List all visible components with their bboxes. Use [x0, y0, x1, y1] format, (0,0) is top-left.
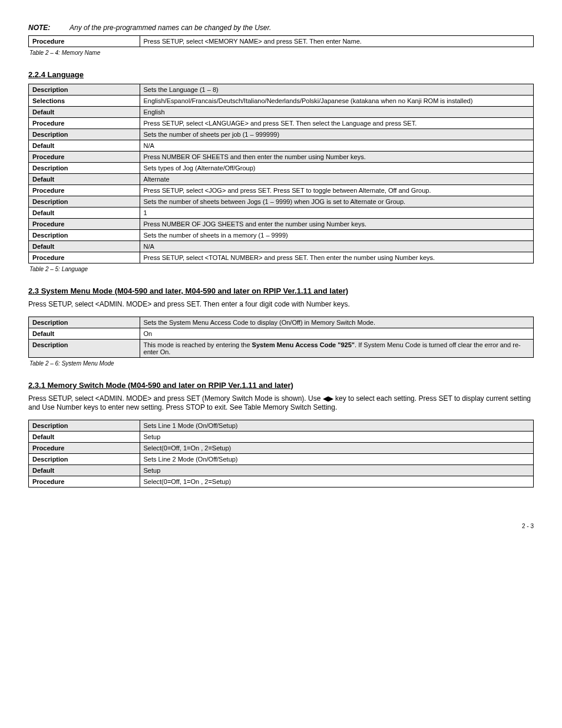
- cell-value: Select(0=Off, 1=On , 2=Setup): [140, 476, 533, 487]
- table-row: Procedure Press SETUP, select <LANGUAGE>…: [29, 118, 534, 129]
- cell-value: N/A: [140, 241, 533, 252]
- cell-label: Description: [29, 420, 140, 431]
- table-row: Description Sets the number of sheets in…: [29, 230, 534, 241]
- cell-value: Sets the System Menu Access Code to disp…: [140, 317, 533, 328]
- table-row: Default 1: [29, 207, 534, 219]
- table-row: Procedure Press NUMBER OF SHEETS and the…: [29, 151, 534, 163]
- table-row: Procedure Select(0=Off, 1=On , 2=Setup): [29, 476, 534, 487]
- cell-label: Description: [29, 339, 140, 357]
- table-row: Description Sets Line 1 Mode (On/Off/Set…: [29, 420, 534, 431]
- note-label: NOTE:: [28, 24, 70, 32]
- cell-value: Press NUMBER OF SHEETS and then enter th…: [140, 151, 533, 163]
- cell-value: Setup: [140, 465, 533, 476]
- cell-value: Setup: [140, 431, 533, 442]
- table-row: Description Sets the Language (1 – 8): [29, 84, 534, 95]
- page-number: 2 - 3: [28, 523, 534, 529]
- cell-value: Select(0=Off, 1=On , 2=Setup): [140, 442, 533, 453]
- cell-label: Procedure: [29, 151, 140, 163]
- table-row: Default Setup: [29, 465, 534, 476]
- cell-label: Description: [29, 317, 140, 328]
- table-row: Description Sets the number of sheets pe…: [29, 129, 534, 140]
- section-para: Press SETUP, select <ADMIN. MODE> and pr…: [28, 300, 534, 309]
- cell-value: 1: [140, 207, 533, 219]
- table-row: Description Sets Line 2 Mode (On/Off/Set…: [29, 453, 534, 465]
- cell-label: Description: [29, 196, 140, 207]
- note-text: Any of the pre-programmed names can be c…: [70, 24, 534, 32]
- table-caption: Table 2 – 5: Language: [29, 266, 534, 272]
- cell-label: Procedure: [29, 252, 140, 263]
- cell-value: Press SETUP, select <JOG> and press SET.…: [140, 185, 533, 196]
- cell-label: Description: [29, 84, 140, 95]
- cell-label: Description: [29, 129, 140, 140]
- table-row: Procedure Press SETUP, select <TOTAL NUM…: [29, 252, 534, 263]
- table-caption: Table 2 – 6: System Menu Mode: [29, 360, 534, 367]
- cell-value: Sets the number of sheets per job (1 – 9…: [140, 129, 533, 140]
- cell-value: Press SETUP, select <TOTAL NUMBER> and p…: [140, 252, 533, 263]
- cell-value: Sets the number of sheets in a memory (1…: [140, 230, 533, 241]
- table-row: Default N/A: [29, 140, 534, 151]
- cell-label: Description: [29, 163, 140, 174]
- cell-value: Sets Line 2 Mode (On/Off/Setup): [140, 453, 533, 465]
- cell-value: N/A: [140, 140, 533, 151]
- cell-label: Procedure: [29, 185, 140, 196]
- section-heading-memory-switch: 2.3.1 Memory Switch Mode (M04-590 and la…: [28, 381, 534, 390]
- cell-label: Default: [29, 140, 140, 151]
- table-row: Default Setup: [29, 431, 534, 442]
- cell-label: Selections: [29, 95, 140, 107]
- cell-value: This mode is reached by entering the Sys…: [140, 339, 533, 357]
- cell-value: Sets the number of sheets between Jogs (…: [140, 196, 533, 207]
- cell-value: Sets the Language (1 – 8): [140, 84, 533, 95]
- table-row: Default N/A: [29, 241, 534, 252]
- table-language: Description Sets the Language (1 – 8) Se…: [28, 84, 534, 263]
- cell-label: Procedure: [29, 219, 140, 230]
- section-heading-language: 2.2.4 Language: [28, 70, 534, 79]
- cell-value: Press NUMBER OF JOG SHEETS and enter the…: [140, 219, 533, 230]
- cell-value: On: [140, 328, 533, 339]
- cell-value: Alternate: [140, 174, 533, 185]
- arrow-left-right-icon: ◀▶: [323, 394, 333, 403]
- cell-value: English: [140, 107, 533, 118]
- cell-label: Procedure: [29, 476, 140, 487]
- cell-label: Description: [29, 230, 140, 241]
- table-system-menu: Description Sets the System Menu Access …: [28, 317, 534, 358]
- cell-label: Procedure: [29, 118, 140, 129]
- cell-label: Procedure: [29, 36, 140, 47]
- table-caption: Table 2 – 4: Memory Name: [29, 50, 534, 56]
- cell-label: Default: [29, 328, 140, 339]
- cell-label: Description: [29, 453, 140, 465]
- table-row: Description Sets the System Menu Access …: [29, 317, 534, 328]
- cell-label: Default: [29, 431, 140, 442]
- section-para: Press SETUP, select <ADMIN. MODE> and pr…: [28, 394, 534, 413]
- table-row: Description Sets the number of sheets be…: [29, 196, 534, 207]
- table-row: Selections English/Espanol/Francais/Deut…: [29, 95, 534, 107]
- table-row: Procedure Press SETUP, select <MEMORY NA…: [29, 36, 534, 47]
- cell-value: Press SETUP, select <MEMORY NAME> and pr…: [140, 36, 533, 47]
- table-memory-name: Procedure Press SETUP, select <MEMORY NA…: [28, 35, 534, 47]
- table-row: Default English: [29, 107, 534, 118]
- table-row: Procedure Press NUMBER OF JOG SHEETS and…: [29, 219, 534, 230]
- cell-label: Default: [29, 241, 140, 252]
- table-row: Default Alternate: [29, 174, 534, 185]
- cell-value: Press SETUP, select <LANGUAGE> and press…: [140, 118, 533, 129]
- cell-value: Sets Line 1 Mode (On/Off/Setup): [140, 420, 533, 431]
- cell-label: Default: [29, 207, 140, 219]
- cell-label: Procedure: [29, 442, 140, 453]
- table-row: Description Sets types of Jog (Alternate…: [29, 163, 534, 174]
- cell-label: Default: [29, 174, 140, 185]
- cell-label: Default: [29, 107, 140, 118]
- table-row: Default On: [29, 328, 534, 339]
- cell-value: English/Espanol/Francais/Deutsch/Italian…: [140, 95, 533, 107]
- cell-value: Sets types of Jog (Alternate/Off/Group): [140, 163, 533, 174]
- section-heading-system-menu: 2.3 System Menu Mode (M04-590 and later,…: [28, 286, 534, 295]
- note-row: NOTE: Any of the pre-programmed names ca…: [28, 24, 534, 32]
- table-row: Procedure Press SETUP, select <JOG> and …: [29, 185, 534, 196]
- table-row: Procedure Select(0=Off, 1=On , 2=Setup): [29, 442, 534, 453]
- table-memory-switch: Description Sets Line 1 Mode (On/Off/Set…: [28, 420, 534, 487]
- table-row: Description This mode is reached by ente…: [29, 339, 534, 357]
- cell-label: Default: [29, 465, 140, 476]
